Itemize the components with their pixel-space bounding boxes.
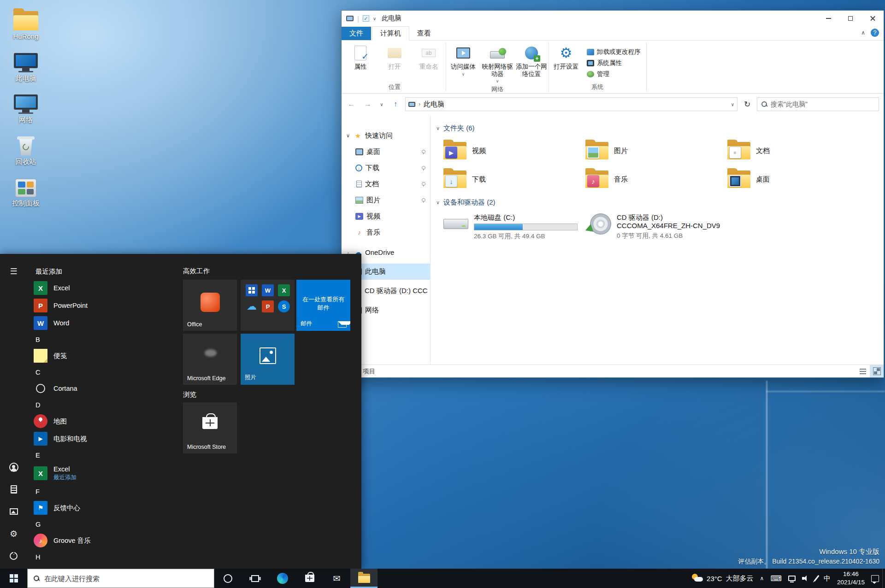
- quick-access-properties-icon[interactable]: ✓: [363, 15, 369, 22]
- nav-item-pictures[interactable]: 图片: [342, 192, 430, 208]
- taskbar-file-explorer-button[interactable]: [350, 569, 378, 588]
- taskbar-store-button[interactable]: [296, 569, 323, 588]
- app-list-header-g[interactable]: G: [29, 517, 178, 532]
- open-settings-button[interactable]: ⚙ 打开设置: [549, 43, 583, 72]
- app-item-maps[interactable]: 地图: [29, 412, 178, 430]
- explorer-search-box[interactable]: [757, 97, 879, 111]
- nav-item-downloads[interactable]: ↓ 下载: [342, 160, 430, 176]
- up-button[interactable]: ↑: [389, 97, 402, 111]
- address-bar[interactable]: › 此电脑 ∨: [405, 97, 738, 111]
- folder-tile-videos[interactable]: ▶ 视频: [440, 136, 582, 165]
- show-desktop-button[interactable]: [882, 569, 885, 588]
- app-item-excel[interactable]: X Excel: [29, 279, 178, 297]
- volume-button[interactable]: [799, 569, 813, 588]
- app-item-cortana[interactable]: Cortana: [29, 380, 178, 397]
- breadcrumb[interactable]: 此电脑: [424, 100, 444, 109]
- tile-group-header-explore[interactable]: 浏览: [183, 390, 196, 399]
- network-status-button[interactable]: [785, 569, 799, 588]
- desktop-icon-hurong[interactable]: HuRong: [4, 6, 48, 41]
- app-list-header-c[interactable]: C: [29, 365, 178, 380]
- forward-button[interactable]: →: [361, 97, 375, 111]
- clock[interactable]: 16:46 2021/4/15: [834, 569, 868, 588]
- large-icons-view-button[interactable]: [870, 365, 884, 377]
- documents-button[interactable]: [0, 478, 27, 500]
- address-dropdown-icon[interactable]: ∨: [731, 102, 734, 107]
- manage-button[interactable]: 管理: [584, 69, 643, 79]
- tile-office[interactable]: Office: [183, 280, 237, 331]
- details-view-button[interactable]: [856, 365, 870, 377]
- access-media-button[interactable]: 访问媒体 ∨: [446, 43, 480, 78]
- app-item-excel-recent[interactable]: X Excel 最近添加: [29, 463, 178, 484]
- app-item-sticky-notes[interactable]: 便笺: [29, 347, 178, 365]
- pictures-button[interactable]: [0, 500, 27, 523]
- properties-button[interactable]: ✓ 属性: [343, 43, 378, 72]
- folder-tile-downloads[interactable]: ↓ 下载: [440, 165, 582, 194]
- section-collapse-icon[interactable]: ∨: [436, 200, 440, 206]
- app-list-header-f[interactable]: F: [29, 484, 178, 499]
- weather-widget[interactable]: 23°C 大部多云: [689, 569, 757, 588]
- nav-item-quick-access[interactable]: ∨ ★ 快速访问: [342, 128, 430, 144]
- tab-view[interactable]: 查看: [409, 27, 439, 40]
- refresh-button[interactable]: ↻: [740, 97, 754, 111]
- app-item-movies-tv[interactable]: ▶ 电影和电视: [29, 430, 178, 447]
- desktop-icon-this-pc[interactable]: 此电脑: [4, 48, 48, 82]
- app-list-header-e[interactable]: E: [29, 447, 178, 463]
- taskbar-search-box[interactable]: [27, 569, 214, 588]
- open-button[interactable]: 打开: [378, 43, 412, 72]
- map-network-drive-button[interactable]: 映射网络驱动器 ∨: [480, 43, 514, 85]
- desktop-icon-network[interactable]: 网络: [4, 90, 48, 124]
- expand-chevron-icon[interactable]: ∨: [345, 133, 351, 139]
- folder-tile-desktop[interactable]: 桌面: [724, 165, 866, 194]
- app-list-header-d[interactable]: D: [29, 397, 178, 412]
- app-list-header-h[interactable]: H: [29, 549, 178, 564]
- uninstall-program-button[interactable]: 卸载或更改程序: [584, 47, 643, 57]
- touch-keyboard-button[interactable]: ⌨: [767, 569, 785, 588]
- back-button[interactable]: ←: [344, 97, 358, 111]
- folder-tile-pictures[interactable]: 图片: [582, 136, 724, 165]
- task-view-button[interactable]: [242, 569, 269, 588]
- drive-tile-d[interactable]: CD 驱动器 (D:) CCCOMA_X64FRE_ZH-CN_DV9 0 字节…: [584, 211, 726, 243]
- desktop-icon-recycle-bin[interactable]: 回收站: [4, 132, 48, 166]
- power-button[interactable]: [0, 545, 27, 567]
- window-system-icon[interactable]: [346, 16, 354, 21]
- app-item-word[interactable]: W Word: [29, 314, 178, 332]
- quick-access-toolbar-dropdown-icon[interactable]: ∨: [373, 16, 376, 21]
- app-item-groove-music[interactable]: ♪ Groove 音乐: [29, 532, 178, 549]
- folder-tile-music[interactable]: ♪ 音乐: [582, 165, 724, 194]
- section-collapse-icon[interactable]: ∨: [436, 125, 440, 131]
- explorer-search-input[interactable]: [771, 100, 875, 108]
- app-list-header-b[interactable]: B: [29, 332, 178, 347]
- add-network-location-button[interactable]: 添加一个网络位置: [514, 43, 549, 79]
- tile-mail[interactable]: 在一处查看所有邮件 邮件: [296, 280, 350, 331]
- hidden-icons-button[interactable]: ∧: [757, 569, 767, 588]
- drive-tile-c[interactable]: 本地磁盘 (C:) 26.3 GB 可用, 共 49.4 GB: [440, 211, 582, 243]
- tile-group-header-productivity[interactable]: 高效工作: [183, 267, 210, 276]
- maximize-button[interactable]: [839, 11, 861, 26]
- settings-button[interactable]: ⚙: [0, 523, 27, 545]
- nav-item-videos[interactable]: ▶ 视频: [342, 208, 430, 224]
- section-header-drives[interactable]: ∨ 设备和驱动器 (2): [436, 198, 879, 207]
- system-properties-button[interactable]: 系统属性: [584, 58, 643, 68]
- minimize-ribbon-icon[interactable]: ∧: [861, 29, 865, 36]
- close-button[interactable]: [861, 11, 884, 26]
- tab-computer[interactable]: 计算机: [372, 26, 409, 41]
- action-center-button[interactable]: [868, 569, 882, 588]
- pen-settings-button[interactable]: [813, 569, 820, 588]
- title-bar[interactable]: | ✓ ∨ 此电脑: [342, 11, 884, 26]
- app-item-powerpoint[interactable]: P PowerPoint: [29, 297, 178, 314]
- desktop-icon-control-panel[interactable]: 控制面板: [4, 173, 48, 207]
- minimize-button[interactable]: [817, 11, 839, 26]
- folder-tile-documents[interactable]: ≡ 文档: [724, 136, 866, 165]
- section-header-folders[interactable]: ∨ 文件夹 (6): [436, 124, 879, 133]
- tile-office-apps-folder[interactable]: W X ☁ P S: [241, 280, 295, 331]
- recent-locations-dropdown-icon[interactable]: ∨: [378, 97, 386, 111]
- tab-file[interactable]: 文件: [342, 27, 371, 40]
- help-button[interactable]: ?: [871, 29, 879, 37]
- taskbar-mail-button[interactable]: ✉: [323, 569, 350, 588]
- app-item-feedback-hub[interactable]: ⚑ 反馈中心: [29, 499, 178, 517]
- nav-item-documents[interactable]: 文档: [342, 176, 430, 192]
- tile-microsoft-store[interactable]: Microsoft Store: [183, 402, 237, 453]
- nav-item-desktop[interactable]: 桌面: [342, 144, 430, 160]
- cortana-button[interactable]: [214, 569, 242, 588]
- nav-item-music[interactable]: ♪ 音乐: [342, 224, 430, 241]
